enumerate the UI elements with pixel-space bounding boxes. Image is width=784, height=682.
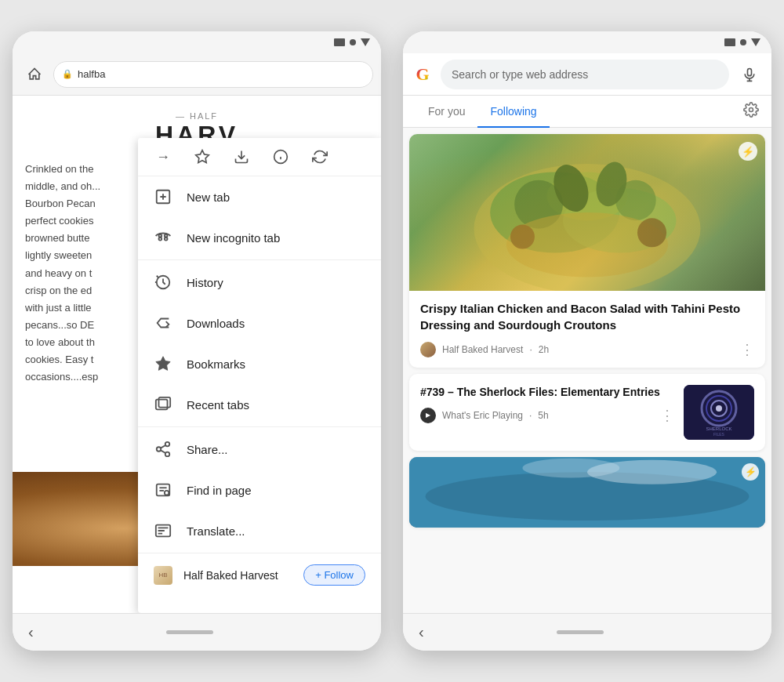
svg-text:FILES: FILES bbox=[713, 432, 725, 437]
home-button[interactable] bbox=[20, 60, 49, 89]
info-button[interactable] bbox=[268, 144, 293, 169]
svg-marker-0 bbox=[196, 151, 209, 163]
context-menu: → bbox=[138, 138, 381, 613]
incognito-icon bbox=[154, 228, 172, 247]
history-icon bbox=[154, 273, 172, 292]
back-button[interactable]: ‹ bbox=[28, 623, 34, 641]
feed-settings-button[interactable] bbox=[743, 102, 759, 122]
dot-separator-2: · bbox=[529, 410, 532, 421]
tab-following[interactable]: Following bbox=[477, 96, 549, 127]
feed-card-2-meta: ▶ What's Eric Playing · 5h ⋮ bbox=[420, 407, 674, 424]
refresh-button[interactable] bbox=[307, 144, 332, 169]
svg-point-16 bbox=[157, 447, 162, 452]
tab-following-label: Following bbox=[490, 105, 536, 118]
downloads-icon bbox=[154, 314, 172, 332]
svg-line-19 bbox=[161, 445, 165, 448]
translate-icon bbox=[154, 521, 172, 540]
recent-tabs-label: Recent tabs bbox=[187, 398, 249, 412]
bookmark-button[interactable] bbox=[190, 144, 215, 169]
feed-card-1[interactable]: ⚡ Crispy Italian Chicken and Bacon Salad… bbox=[409, 134, 765, 368]
svg-point-15 bbox=[165, 442, 170, 447]
feed-card-2-thumbnail: SHERLOCK FILES bbox=[684, 385, 754, 440]
feed-card-2-title: #739 – The Sherlock Files: Elementary En… bbox=[420, 385, 674, 401]
follow-button[interactable]: + Follow bbox=[303, 564, 365, 586]
right-status-bar bbox=[403, 31, 771, 53]
battery-icon-right bbox=[724, 38, 735, 46]
svg-point-17 bbox=[165, 452, 170, 457]
google-logo: G bbox=[411, 63, 434, 86]
recent-tabs-icon bbox=[154, 395, 172, 414]
signal-dot-right bbox=[740, 39, 746, 45]
svg-line-24 bbox=[169, 495, 170, 496]
left-bottom-bar: ‹ bbox=[13, 613, 381, 651]
new-tab-icon bbox=[154, 187, 172, 206]
menu-item-follow[interactable]: HB Half Baked Harvest + Follow bbox=[138, 555, 381, 595]
signal-dot bbox=[350, 39, 356, 45]
svg-point-27 bbox=[750, 107, 753, 111]
lightning-badge-3: ⚡ bbox=[742, 463, 759, 481]
bookmarks-icon bbox=[154, 354, 172, 373]
right-bottom-bar: ‹ bbox=[403, 613, 771, 651]
menu-item-recent-tabs[interactable]: Recent tabs bbox=[138, 384, 381, 425]
translate-label: Translate... bbox=[187, 524, 245, 538]
divider-2 bbox=[138, 426, 381, 427]
time-2: 5h bbox=[538, 410, 548, 421]
downloads-label: Downloads bbox=[187, 317, 245, 330]
browser-nav-bar: 🔒 halfba bbox=[13, 53, 381, 96]
feed-card-1-body: Crispy Italian Chicken and Bacon Salad w… bbox=[409, 291, 765, 368]
site-favicon: HB bbox=[154, 566, 172, 585]
follow-site-name: Half Baked Harvest bbox=[183, 569, 278, 582]
menu-item-downloads[interactable]: Downloads bbox=[138, 303, 381, 343]
new-tab-label: New tab bbox=[187, 190, 230, 204]
menu-item-translate[interactable]: Translate... bbox=[138, 510, 381, 551]
feed-card-1-title: Crispy Italian Chicken and Bacon Salad w… bbox=[420, 300, 754, 333]
time-1: 2h bbox=[539, 344, 549, 355]
lightning-badge-1: ⚡ bbox=[739, 142, 757, 161]
divider-1 bbox=[138, 259, 381, 260]
dot-separator-1: · bbox=[529, 344, 532, 355]
search-bar[interactable]: Search or type web address bbox=[441, 60, 729, 89]
left-phone: 🔒 halfba — HALF HARV Crinkled on themidd… bbox=[13, 31, 381, 651]
menu-item-find[interactable]: Find in page bbox=[138, 470, 381, 510]
mic-button[interactable] bbox=[735, 60, 764, 89]
svg-text:SHERLOCK: SHERLOCK bbox=[706, 426, 731, 431]
left-status-bar bbox=[13, 31, 381, 53]
share-label: Share... bbox=[187, 443, 228, 456]
page-content: — HALF HARV Crinkled on themiddle, and o… bbox=[13, 96, 381, 613]
history-label: History bbox=[187, 276, 223, 289]
bookmarks-label: Bookmarks bbox=[187, 357, 245, 371]
battery-icon bbox=[334, 38, 345, 46]
menu-item-bookmarks[interactable]: Bookmarks bbox=[138, 343, 381, 384]
svg-marker-12 bbox=[156, 357, 170, 370]
svg-point-49 bbox=[522, 459, 619, 478]
source-name-1: Half Baked Harvest bbox=[442, 344, 523, 355]
source-name-2: What's Eric Playing bbox=[442, 410, 523, 421]
download-button[interactable] bbox=[229, 144, 254, 169]
menu-item-history[interactable]: History bbox=[138, 262, 381, 303]
feed-card-3[interactable]: ⚡ bbox=[409, 457, 765, 528]
wifi-icon-right bbox=[751, 38, 760, 46]
svg-rect-9 bbox=[159, 234, 162, 237]
search-placeholder: Search or type web address bbox=[452, 68, 588, 81]
feed-tabs: For you Following bbox=[403, 96, 771, 128]
svg-line-18 bbox=[161, 450, 165, 453]
more-button-1[interactable]: ⋮ bbox=[740, 341, 754, 358]
menu-items-list: New tab New incognito tab bbox=[138, 176, 381, 613]
svg-rect-10 bbox=[165, 234, 168, 237]
menu-item-incognito[interactable]: New incognito tab bbox=[138, 217, 381, 258]
menu-toolbar: → bbox=[138, 138, 381, 176]
svg-point-23 bbox=[165, 491, 169, 495]
feed-card-2[interactable]: #739 – The Sherlock Files: Elementary En… bbox=[409, 374, 765, 451]
right-back-button[interactable]: ‹ bbox=[419, 623, 424, 641]
menu-item-share[interactable]: Share... bbox=[138, 429, 381, 470]
forward-button[interactable]: → bbox=[151, 144, 176, 169]
tab-for-you[interactable]: For you bbox=[416, 96, 477, 127]
url-bar[interactable]: 🔒 halfba bbox=[53, 61, 373, 88]
feed-card-2-text: #739 – The Sherlock Files: Elementary En… bbox=[420, 385, 674, 440]
svg-rect-26 bbox=[748, 68, 752, 75]
feed-card-1-meta: Half Baked Harvest · 2h ⋮ bbox=[420, 341, 754, 358]
more-button-2[interactable]: ⋮ bbox=[660, 407, 674, 424]
divider-3 bbox=[138, 553, 381, 553]
menu-overlay: → bbox=[13, 96, 381, 613]
menu-item-new-tab[interactable]: New tab bbox=[138, 176, 381, 217]
